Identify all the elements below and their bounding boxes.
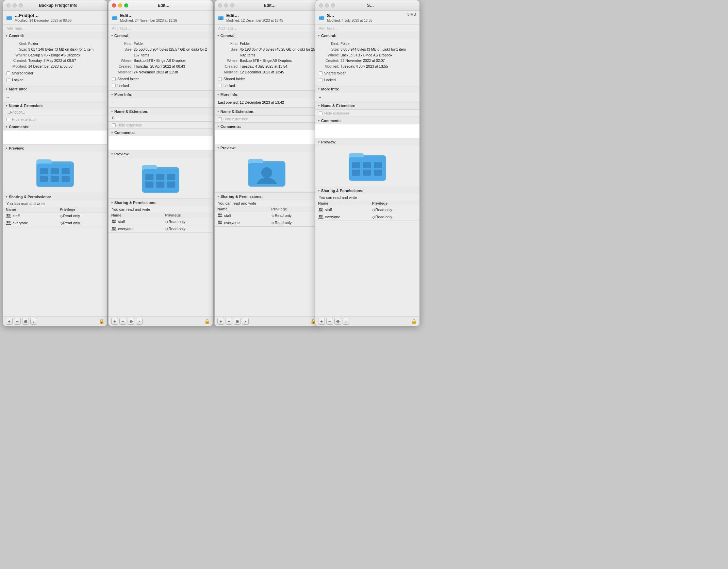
more-info-header-2[interactable]: ▾ More Info:	[109, 91, 213, 98]
hide-ext-label-3: Hide extension	[224, 117, 248, 121]
svg-point-52	[218, 221, 220, 223]
preview-folder-icon-3	[248, 155, 285, 189]
lock-icon-2[interactable]: 🔒	[204, 318, 210, 324]
table-row[interactable]: staff ◇Read only	[315, 206, 419, 213]
more-info-header-3[interactable]: ▾ More Info:	[215, 91, 319, 98]
action-button-3[interactable]: ⊕	[234, 318, 241, 325]
close-button-1[interactable]	[6, 3, 11, 7]
perm-priv-cell-1-1: ◇ Read only	[60, 221, 104, 225]
name-ext-header-1[interactable]: ▾ Name & Extension:	[3, 102, 107, 109]
more-info-header-1[interactable]: ▾ More Info:	[3, 85, 107, 93]
general-header-3[interactable]: ▾ General:	[215, 32, 319, 39]
shared-checkbox-2[interactable]	[112, 77, 116, 81]
locked-checkbox-3[interactable]	[218, 84, 222, 87]
action-button-4[interactable]: ⊕	[334, 318, 341, 325]
sharing-header-4[interactable]: ▾ Sharing & Permissions:	[315, 187, 419, 194]
table-row[interactable]: staff ◇ Read only	[3, 212, 107, 220]
name-ext-section-1: ▾ Name & Extension: …Fridtjof…	[3, 102, 107, 116]
close-button-4[interactable]	[319, 3, 323, 7]
action2-button-2[interactable]: ›	[136, 318, 143, 325]
close-button-3[interactable]	[218, 3, 222, 7]
lock-icon-1[interactable]: 🔒	[99, 318, 104, 324]
lock-icon-4[interactable]: 🔒	[411, 318, 417, 324]
remove-button-3[interactable]: −	[226, 318, 232, 325]
perm-name-4-1: everyone	[318, 214, 367, 219]
action-button-1[interactable]: ⊕	[22, 318, 29, 325]
kind-value-2: Folder	[134, 41, 209, 47]
sharing-header-2[interactable]: ▾ Sharing & Permissions:	[109, 199, 213, 206]
action-button-2[interactable]: ⊕	[128, 318, 134, 325]
locked-checkbox-4[interactable]	[319, 78, 322, 82]
name-ext-header-3[interactable]: ▾ Name & Extension:	[215, 108, 319, 115]
general-header-2[interactable]: ▾ General:	[109, 32, 213, 39]
created-value-4: 22 November 2022 at 02:07	[341, 58, 416, 64]
remove-button-2[interactable]: −	[119, 318, 126, 325]
comments-chevron-1: ▾	[6, 125, 7, 128]
comments-header-3[interactable]: ▾ Comments:	[215, 123, 319, 130]
remove-button-4[interactable]: −	[326, 318, 333, 325]
tags-field-3[interactable]: Add Tags…	[215, 25, 319, 32]
action2-button-4[interactable]: ›	[343, 318, 349, 325]
svg-rect-32	[145, 174, 153, 180]
hide-ext-checkbox-3[interactable]	[218, 117, 222, 121]
size-label-4: Size:	[319, 47, 339, 52]
table-row[interactable]: staff ◇Read only	[109, 218, 213, 225]
preview-label-2: Preview:	[114, 152, 130, 156]
shared-checkbox-1[interactable]	[6, 71, 10, 75]
locked-checkbox-1[interactable]	[6, 78, 10, 82]
perm-name-4-0: staff	[318, 207, 367, 212]
add-button-2[interactable]: +	[111, 318, 118, 325]
modified-info-value-2: 24 November 2023 at 11:38	[134, 69, 209, 75]
file-title-1: …Fridtjof…	[15, 13, 71, 18]
add-button-1[interactable]: +	[6, 318, 13, 325]
name-ext-header-4[interactable]: ▾ Name & Extension:	[315, 102, 419, 109]
table-row[interactable]: everyone ◇ Read only	[3, 220, 107, 227]
preview-header-3[interactable]: ▾ Preview:	[215, 144, 319, 152]
hide-ext-checkbox-2[interactable]	[112, 123, 116, 127]
hide-ext-row-4: Hide extension	[315, 110, 419, 117]
table-row[interactable]: everyone ◇Read only	[109, 225, 213, 232]
more-info-header-4[interactable]: ▾ More Info:	[315, 85, 419, 93]
locked-label-3: Locked	[224, 83, 235, 89]
comments-header-4[interactable]: ▾ Comments:	[315, 117, 419, 124]
general-header-4[interactable]: ▾ General:	[315, 32, 419, 39]
close-button-2[interactable]	[112, 3, 116, 7]
preview-header-4[interactable]: ▾ Preview:	[315, 138, 419, 146]
remove-button-1[interactable]: −	[14, 318, 21, 325]
tags-field-1[interactable]: Add Tags…	[3, 25, 107, 32]
hide-ext-row-1: Hide extension	[3, 116, 107, 123]
comments-header-2[interactable]: ▾ Comments:	[109, 129, 213, 136]
sharing-header-1[interactable]: ▾ Sharing & Permissions:	[3, 193, 107, 201]
preview-header-2[interactable]: ▾ Preview:	[109, 150, 213, 158]
comments-chevron-3: ▾	[217, 125, 219, 128]
add-button-4[interactable]: +	[318, 318, 325, 325]
group-icon-1-1	[6, 221, 11, 225]
more-info-value-1: --	[6, 95, 9, 99]
preview-header-1[interactable]: ▾ Preview:	[3, 144, 107, 152]
comments-section-4: ▾ Comments:	[315, 117, 419, 138]
table-row[interactable]: staff ◇Read only	[215, 212, 319, 219]
locked-checkbox-2[interactable]	[112, 84, 116, 87]
name-ext-chevron-2: ▾	[111, 110, 113, 113]
where-label-4: Where:	[319, 52, 339, 58]
table-row[interactable]: everyone ◇Read only	[215, 219, 319, 226]
perm-priv-cell-1-0: ◇ Read only	[60, 214, 104, 218]
tags-field-4[interactable]: Add Tags…	[315, 25, 419, 32]
shared-checkbox-3[interactable]	[218, 77, 222, 81]
add-button-3[interactable]: +	[217, 318, 224, 325]
table-row[interactable]: everyone ◇Read only	[315, 213, 419, 221]
comments-label-2: Comments:	[114, 131, 135, 135]
action2-button-1[interactable]: ›	[30, 318, 37, 325]
general-header-1[interactable]: ▾ General:	[3, 32, 107, 39]
hide-ext-checkbox-4[interactable]	[319, 111, 322, 115]
shared-checkbox-4[interactable]	[319, 71, 322, 75]
name-ext-header-2[interactable]: ▾ Name & Extension:	[109, 108, 213, 115]
name-ext-label-4: Name & Extension:	[321, 104, 355, 108]
name-ext-section-4: ▾ Name & Extension:	[315, 102, 419, 110]
action2-button-3[interactable]: ›	[242, 318, 249, 325]
tags-field-2[interactable]: Add Tags…	[109, 25, 213, 32]
hide-ext-checkbox-1[interactable]	[6, 118, 10, 121]
comments-header-1[interactable]: ▾ Comments:	[3, 123, 107, 131]
svg-rect-68	[352, 170, 360, 176]
sharing-header-3[interactable]: ▾ Sharing & Permissions:	[215, 193, 319, 200]
